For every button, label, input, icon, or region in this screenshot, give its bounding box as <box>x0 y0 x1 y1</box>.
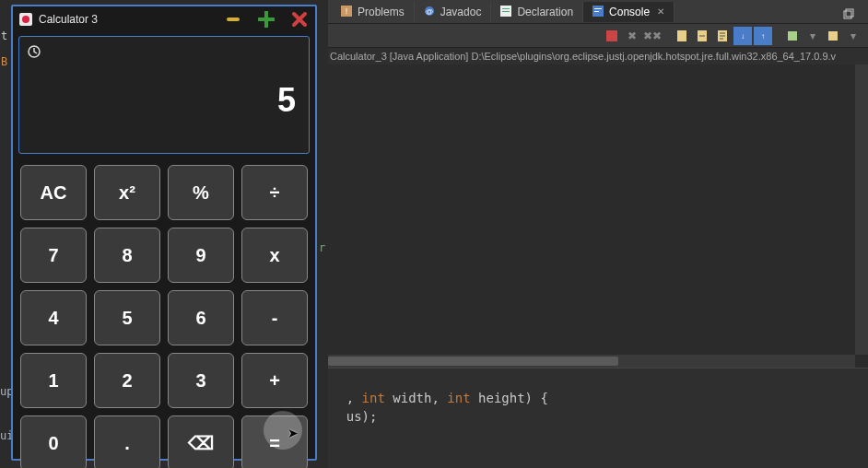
divide-button[interactable]: ÷ <box>241 165 308 220</box>
multiply-button[interactable]: x <box>241 228 308 283</box>
clear-button[interactable]: AC <box>20 165 87 220</box>
digit-0-button[interactable]: 0 <box>20 415 87 468</box>
digit-6-button[interactable]: 6 <box>168 290 234 345</box>
tab-label: Problems <box>358 6 405 18</box>
digit-2-button[interactable]: 2 <box>94 353 160 408</box>
svg-rect-10 <box>502 11 510 12</box>
digit-4-button[interactable]: 4 <box>20 290 87 345</box>
digit-7-button[interactable]: 7 <box>20 228 87 283</box>
backspace-button[interactable]: ⌫ <box>168 415 234 468</box>
remove-all-icon[interactable]: ✖✖ <box>643 27 662 45</box>
console-status-line: Calculator_3 [Java Application] D:\Eclip… <box>328 48 868 64</box>
javadoc-icon: @ <box>424 6 437 18</box>
gutter-char: r <box>319 241 325 254</box>
console-toolbar: ✖ ✖✖ ↓ ↑ ▾ ▾ <box>328 24 868 48</box>
display-console-icon[interactable]: ▾ <box>803 27 822 45</box>
tab-declaration[interactable]: Declaration <box>491 2 583 22</box>
tab-javadoc[interactable]: @ Javadoc <box>415 2 492 22</box>
show-stderr-icon[interactable]: ↑ <box>754 27 772 45</box>
tab-label: Declaration <box>517 6 573 18</box>
calculator-titlebar[interactable]: Calculator 3 <box>13 6 315 32</box>
plus-button[interactable]: + <box>241 353 308 408</box>
show-stdout-icon[interactable]: ↓ <box>733 27 752 45</box>
svg-rect-17 <box>677 30 686 41</box>
remove-launch-icon[interactable]: ✖ <box>623 27 641 45</box>
svg-rect-16 <box>606 30 617 41</box>
svg-rect-9 <box>502 8 510 9</box>
maximize-button[interactable] <box>256 11 276 28</box>
equals-button[interactable]: = <box>241 415 308 468</box>
svg-text:↑: ↑ <box>761 32 765 41</box>
terminate-icon[interactable] <box>603 27 621 45</box>
svg-rect-25 <box>828 31 838 41</box>
scroll-lock-icon[interactable] <box>693 27 711 45</box>
calculator-window: Calculator 3 5 AC x² % ÷ 7 8 9 x 4 5 6 -… <box>11 5 317 461</box>
scrollbar-thumb[interactable] <box>328 357 618 366</box>
percent-button[interactable]: % <box>168 165 234 220</box>
tab-console[interactable]: Console ✕ <box>583 2 674 22</box>
problems-icon: ! <box>341 6 354 18</box>
display-value: 5 <box>277 81 296 120</box>
history-icon[interactable] <box>25 42 43 61</box>
tab-label: Console <box>609 6 650 18</box>
svg-text:↓: ↓ <box>741 32 745 41</box>
svg-point-1 <box>22 16 29 23</box>
decimal-button[interactable]: . <box>94 415 160 468</box>
svg-rect-14 <box>844 11 851 18</box>
clear-console-icon[interactable] <box>673 27 691 45</box>
close-icon[interactable]: ✕ <box>657 6 664 17</box>
vertical-scrollbar[interactable] <box>855 64 868 355</box>
svg-text:!: ! <box>346 6 348 16</box>
gutter-char: B <box>1 55 7 68</box>
editor-line: us); <box>315 394 377 439</box>
digit-8-button[interactable]: 8 <box>94 228 160 283</box>
close-button[interactable] <box>289 11 310 28</box>
digit-5-button[interactable]: 5 <box>94 290 160 345</box>
gutter-char: t <box>1 29 7 42</box>
declaration-icon <box>500 6 513 18</box>
digit-9-button[interactable]: 9 <box>168 228 234 283</box>
svg-text:@: @ <box>426 7 433 16</box>
svg-rect-12 <box>594 8 602 9</box>
eclipse-panel: ! Problems @ Javadoc Declaration Console… <box>328 0 868 468</box>
app-icon <box>18 12 33 27</box>
pin-console-icon[interactable] <box>783 27 802 45</box>
console-icon <box>592 6 605 18</box>
keypad: AC x² % ÷ 7 8 9 x 4 5 6 - 1 2 3 + 0 . ⌫ … <box>13 159 315 468</box>
word-wrap-icon[interactable] <box>713 27 732 45</box>
display-area: 5 <box>18 36 310 154</box>
svg-rect-13 <box>594 11 599 12</box>
console-output[interactable] <box>328 64 868 369</box>
window-title: Calculator 3 <box>39 13 210 26</box>
view-tabbar: ! Problems @ Javadoc Declaration Console… <box>328 0 868 24</box>
horizontal-scrollbar[interactable] <box>328 355 855 368</box>
new-console-icon[interactable]: ▾ <box>844 27 862 45</box>
square-button[interactable]: x² <box>94 165 160 220</box>
restore-icon[interactable] <box>842 7 855 23</box>
svg-rect-24 <box>788 31 797 41</box>
minus-button[interactable]: - <box>241 290 308 345</box>
digit-3-button[interactable]: 3 <box>168 353 234 408</box>
svg-rect-2 <box>227 18 240 21</box>
tab-label: Javadoc <box>440 6 482 18</box>
digit-1-button[interactable]: 1 <box>20 353 87 408</box>
open-console-icon[interactable] <box>824 27 842 45</box>
minimize-button[interactable] <box>223 11 243 28</box>
tab-problems[interactable]: ! Problems <box>332 2 415 22</box>
svg-rect-15 <box>846 9 853 17</box>
